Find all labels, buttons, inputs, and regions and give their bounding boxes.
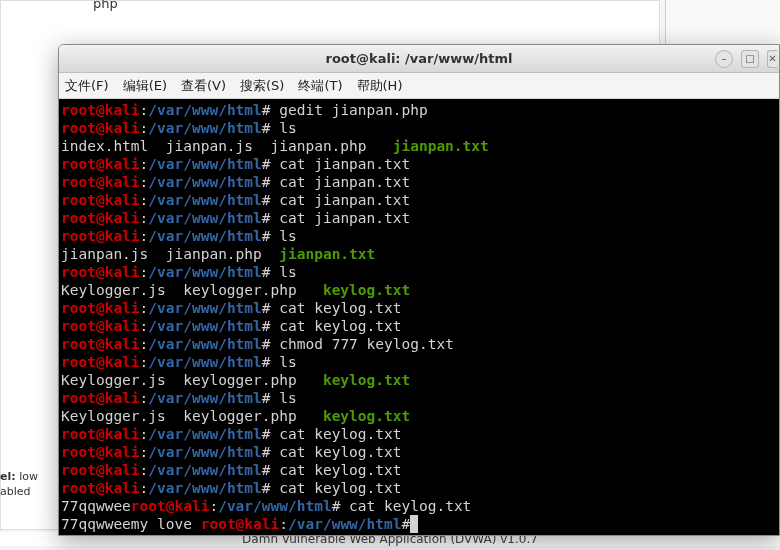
terminal-line: root@kali:/var/www/html# cat keylog.txt [61, 299, 777, 317]
terminal-line: root@kali:/var/www/html# cat keylog.txt [61, 425, 777, 443]
menu-file[interactable]: 文件(F) [65, 77, 109, 95]
window-title: root@kali: /var/www/html [59, 51, 779, 66]
menubar: 文件(F) 编辑(E) 查看(V) 搜索(S) 终端(T) 帮助(H) [59, 73, 779, 99]
terminal-output[interactable]: root@kali:/var/www/html# gedit jianpan.p… [59, 99, 779, 535]
terminal-line: jianpan.js jianpan.php jianpan.txt [61, 245, 777, 263]
terminal-line: root@kali:/var/www/html# ls [61, 227, 777, 245]
security-status: el: lowabled [0, 470, 38, 500]
terminal-line: index.html jianpan.js jianpan.php jianpa… [61, 137, 777, 155]
terminal-line: root@kali:/var/www/html# ls [61, 119, 777, 137]
menu-view[interactable]: 查看(V) [181, 77, 226, 95]
terminal-line: Keylogger.js keylogger.php keylog.txt [61, 281, 777, 299]
terminal-line: root@kali:/var/www/html# cat keylog.txt [61, 479, 777, 497]
terminal-line: Keylogger.js keylogger.php keylog.txt [61, 371, 777, 389]
minimize-button[interactable]: – [715, 50, 733, 68]
terminal-line: root@kali:/var/www/html# cat keylog.txt [61, 317, 777, 335]
stray-text: php [93, 0, 118, 11]
terminal-line: root@kali:/var/www/html# gedit jianpan.p… [61, 101, 777, 119]
menu-edit[interactable]: 编辑(E) [123, 77, 167, 95]
terminal-line: Keylogger.js keylogger.php keylog.txt [61, 407, 777, 425]
menu-terminal[interactable]: 终端(T) [298, 77, 342, 95]
terminal-line: root@kali:/var/www/html# cat keylog.txt [61, 443, 777, 461]
terminal-line: root@kali:/var/www/html# ls [61, 389, 777, 407]
terminal-line: root@kali:/var/www/html# cat jianpan.txt [61, 155, 777, 173]
menu-help[interactable]: 帮助(H) [357, 77, 403, 95]
terminal-cursor [410, 515, 418, 533]
titlebar[interactable]: root@kali: /var/www/html – □ ✕ [59, 45, 779, 73]
terminal-line: root@kali:/var/www/html# ls [61, 353, 777, 371]
terminal-line: 77qqwweeroot@kali:/var/www/html# cat key… [61, 497, 777, 515]
window-controls: – □ ✕ [715, 50, 777, 68]
terminal-line: 77qqwweemy love root@kali:/var/www/html# [61, 515, 777, 533]
menu-search[interactable]: 搜索(S) [240, 77, 284, 95]
terminal-line: root@kali:/var/www/html# chmod 777 keylo… [61, 335, 777, 353]
terminal-window: root@kali: /var/www/html – □ ✕ 文件(F) 编辑(… [58, 44, 780, 536]
terminal-line: root@kali:/var/www/html# cat jianpan.txt [61, 191, 777, 209]
terminal-line: root@kali:/var/www/html# cat keylog.txt [61, 461, 777, 479]
maximize-button[interactable]: □ [741, 50, 759, 68]
terminal-line: root@kali:/var/www/html# cat jianpan.txt [61, 173, 777, 191]
close-button[interactable]: ✕ [767, 50, 777, 68]
terminal-line: root@kali:/var/www/html# ls [61, 263, 777, 281]
terminal-line: root@kali:/var/www/html# cat jianpan.txt [61, 209, 777, 227]
